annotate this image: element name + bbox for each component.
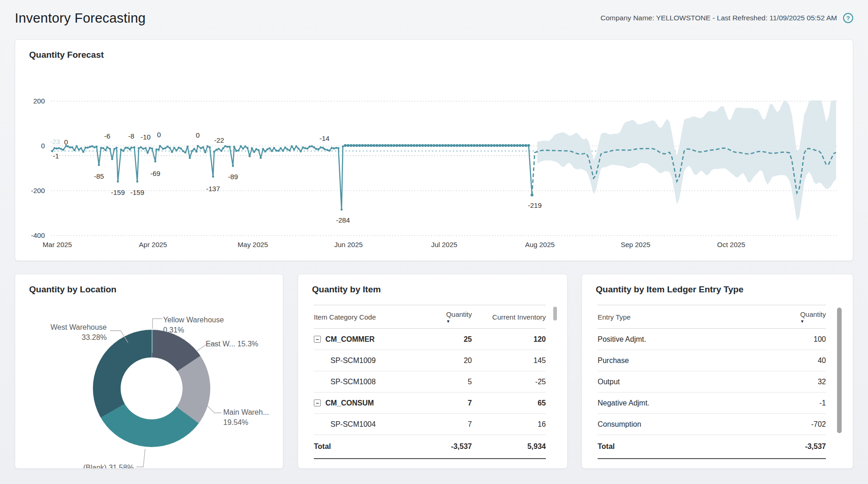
data-point [288, 150, 291, 152]
data-point [116, 147, 118, 149]
data-point [373, 144, 375, 147]
data-point [176, 150, 178, 152]
data-point [215, 149, 218, 151]
actual-line [52, 145, 532, 210]
help-icon[interactable]: ? [843, 13, 853, 23]
data-point [473, 144, 476, 147]
data-point [129, 148, 131, 151]
data-point [212, 175, 214, 178]
data-point [133, 146, 135, 149]
value-cell: -25 [472, 371, 546, 393]
data-point [467, 144, 470, 147]
table-row-negative-adjmt-[interactable]: Negative Adjmt.-1 [598, 393, 826, 414]
data-point [242, 147, 245, 150]
data-point [136, 181, 139, 183]
data-point [513, 144, 516, 147]
table-row-positive-adjmt-[interactable]: Positive Adjmt.100 [598, 329, 826, 350]
y-tick-label: 0 [41, 142, 45, 150]
data-point [122, 150, 124, 152]
column-header-entry-type[interactable]: Entry Type [598, 305, 751, 329]
data-point [138, 147, 140, 150]
quantity-forecast-card: Quantity Forecast 2000-200-400Mar 2025Ap… [15, 39, 853, 261]
point-label: 0 [196, 131, 200, 139]
quantity-forecast-chart[interactable]: 2000-200-400Mar 2025Apr 2025May 2025Jun … [15, 40, 853, 261]
data-point [155, 148, 158, 151]
row-label-cell: SP-SCM1004 [314, 414, 430, 435]
column-header-quantity[interactable]: Quantity▼ [430, 305, 472, 329]
value-cell: -3,537 [751, 435, 826, 459]
value-cell: 40 [751, 350, 826, 371]
x-tick-label: Oct 2025 [717, 241, 746, 248]
data-point [531, 194, 533, 196]
data-point [54, 147, 56, 149]
data-point [461, 144, 464, 147]
data-point [158, 149, 160, 151]
data-point [482, 144, 484, 147]
scrollbar-thumb[interactable] [553, 307, 557, 321]
table-row-output[interactable]: Output32 [598, 371, 826, 393]
table-row-consumption[interactable]: Consumption-702 [598, 414, 826, 435]
data-point [375, 144, 378, 147]
data-point [392, 144, 395, 147]
data-point [169, 147, 171, 149]
location-donut-chart[interactable] [93, 330, 210, 447]
table-row-sp-scm1004[interactable]: SP-SCM1004716 [314, 414, 546, 435]
data-point [85, 147, 87, 149]
row-label-cell: Total [598, 435, 751, 459]
column-label: Quantity [800, 310, 826, 318]
table-row-sp-scm1009[interactable]: SP-SCM100920145 [314, 350, 546, 371]
table-row-total[interactable]: Total-3,537 [598, 435, 826, 459]
x-tick-label: May 2025 [238, 241, 268, 248]
table-row-sp-scm1008[interactable]: SP-SCM10085-25 [314, 371, 546, 393]
data-point [342, 145, 344, 148]
data-point [476, 144, 478, 147]
data-point [298, 148, 300, 150]
data-point [439, 144, 441, 147]
value-cell: -3,537 [430, 435, 472, 459]
data-point [238, 150, 240, 152]
value-cell: 25 [430, 329, 472, 350]
data-point [516, 144, 519, 147]
item-card-title: Quantity by Item [312, 284, 381, 295]
data-point [130, 147, 133, 149]
data-point [207, 145, 209, 148]
data-point [89, 146, 91, 148]
data-point [353, 144, 355, 147]
ledger-card-title: Quantity by Item Ledger Entry Type [596, 284, 744, 295]
data-point [510, 144, 513, 147]
value-cell: 5,934 [472, 435, 546, 459]
data-point [304, 147, 306, 149]
collapse-icon[interactable]: − [314, 399, 321, 406]
data-point [378, 144, 381, 147]
scrollbar-thumb[interactable] [837, 308, 842, 433]
data-point [410, 144, 413, 147]
data-point [396, 144, 398, 147]
point-label: -6 [104, 132, 110, 140]
data-point [347, 144, 349, 147]
donut-label-main-warehouse: Main Wareh...19.54% [223, 407, 269, 427]
sort-descending-icon: ▼ [800, 320, 804, 323]
data-point [291, 145, 293, 147]
column-header-current-inventory[interactable]: Current Inventory [472, 305, 546, 329]
point-label: -284 [336, 216, 350, 224]
point-label: -69 [150, 169, 160, 177]
column-header-quantity[interactable]: Quantity▼ [751, 305, 826, 329]
data-point [280, 147, 282, 150]
row-label-cell: Output [598, 371, 751, 393]
data-point [154, 160, 157, 163]
column-header-item-category-code[interactable]: Item Category Code [314, 305, 430, 329]
point-label: -14 [319, 134, 330, 142]
x-tick-label: Jul 2025 [431, 241, 458, 248]
data-point [147, 152, 149, 154]
table-row-purchase[interactable]: Purchase40 [598, 350, 826, 371]
value-cell: 32 [751, 371, 826, 393]
data-point [55, 147, 58, 150]
data-point [109, 148, 111, 150]
data-point [493, 144, 495, 147]
table-row-cm-commer[interactable]: −CM_COMMER25120 [314, 329, 546, 350]
collapse-icon[interactable]: − [314, 336, 321, 343]
data-point [341, 208, 343, 211]
table-row-total[interactable]: Total-3,5375,934 [314, 435, 546, 459]
table-row-cm-consum[interactable]: −CM_CONSUM765 [314, 393, 546, 414]
data-point [271, 150, 273, 152]
